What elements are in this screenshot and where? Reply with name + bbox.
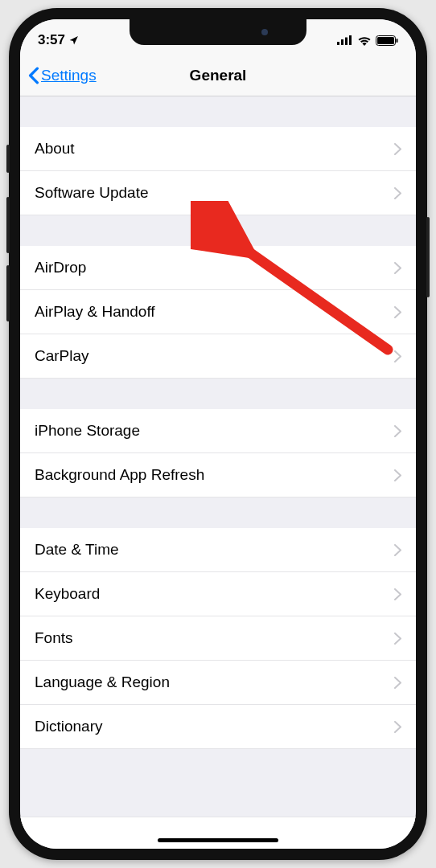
chevron-right-icon xyxy=(394,677,401,689)
row-label: Dictionary xyxy=(35,718,102,735)
cellular-icon xyxy=(337,35,353,45)
row-label: iPhone Storage xyxy=(35,422,140,440)
group-spacer xyxy=(20,379,416,409)
group-spacer xyxy=(20,749,416,781)
home-indicator[interactable] xyxy=(158,838,278,842)
row-label: Fonts xyxy=(35,629,73,647)
row-label: About xyxy=(35,140,75,158)
status-time: 3:57 xyxy=(38,32,65,48)
chevron-right-icon xyxy=(394,425,401,437)
chevron-right-icon xyxy=(394,143,401,155)
svg-rect-1 xyxy=(341,39,343,45)
svg-rect-6 xyxy=(397,39,398,43)
volume-up-button xyxy=(6,197,10,253)
back-button[interactable]: Settings xyxy=(28,67,97,84)
chevron-right-icon xyxy=(394,633,401,645)
wifi-icon xyxy=(357,35,372,46)
row-carplay[interactable]: CarPlay xyxy=(20,334,416,379)
row-airplay-handoff[interactable]: AirPlay & Handoff xyxy=(20,290,416,334)
phone-frame: 3:57 xyxy=(9,8,427,860)
camera-dot xyxy=(261,29,268,35)
svg-rect-0 xyxy=(337,42,339,45)
volume-down-button xyxy=(6,265,10,321)
row-fonts[interactable]: Fonts xyxy=(20,616,416,661)
group-spacer xyxy=(20,215,416,246)
group-spacer xyxy=(20,96,416,127)
svg-rect-2 xyxy=(345,38,348,46)
power-button xyxy=(426,217,430,297)
chevron-right-icon xyxy=(394,187,401,199)
row-label: Keyboard xyxy=(35,585,100,603)
row-language-region[interactable]: Language & Region xyxy=(20,661,416,705)
nav-header: Settings General xyxy=(20,55,416,96)
row-airdrop[interactable]: AirDrop xyxy=(20,246,416,290)
settings-list[interactable]: About Software Update AirDrop AirPlay & … xyxy=(20,96,416,781)
chevron-right-icon xyxy=(394,588,401,600)
row-label: CarPlay xyxy=(35,347,89,365)
row-label: Software Update xyxy=(35,184,149,202)
chevron-right-icon xyxy=(394,544,401,556)
chevron-right-icon xyxy=(394,469,401,481)
row-date-time[interactable]: Date & Time xyxy=(20,528,416,572)
chevron-right-icon xyxy=(394,721,401,733)
notch xyxy=(130,19,306,45)
location-icon xyxy=(68,35,79,46)
row-about[interactable]: About xyxy=(20,127,416,171)
svg-rect-5 xyxy=(377,37,394,44)
chevron-right-icon xyxy=(394,306,401,318)
chevron-left-icon xyxy=(28,67,39,84)
row-label: Language & Region xyxy=(35,674,170,691)
row-software-update[interactable]: Software Update xyxy=(20,171,416,215)
row-dictionary[interactable]: Dictionary xyxy=(20,705,416,749)
screen: 3:57 xyxy=(20,19,416,849)
row-label: Background App Refresh xyxy=(35,466,204,484)
row-background-app-refresh[interactable]: Background App Refresh xyxy=(20,453,416,497)
group-spacer xyxy=(20,497,416,528)
battery-icon xyxy=(376,35,398,46)
silent-switch xyxy=(6,145,10,173)
svg-rect-3 xyxy=(349,35,352,45)
chevron-right-icon xyxy=(394,350,401,362)
chevron-right-icon xyxy=(394,262,401,274)
back-label: Settings xyxy=(41,67,97,84)
partial-row xyxy=(20,817,416,849)
row-iphone-storage[interactable]: iPhone Storage xyxy=(20,409,416,453)
row-label: Date & Time xyxy=(35,541,119,559)
row-label: AirPlay & Handoff xyxy=(35,303,155,321)
row-keyboard[interactable]: Keyboard xyxy=(20,572,416,616)
row-label: AirDrop xyxy=(35,259,86,276)
